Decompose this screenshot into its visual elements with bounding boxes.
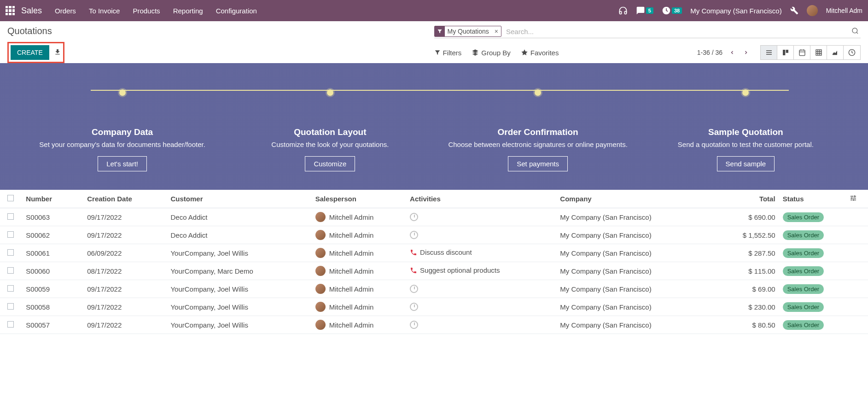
activity-clock-icon[interactable] [410,303,418,311]
step-btn-payments[interactable]: Set payments [508,156,568,171]
activity-clock-icon[interactable] [410,213,418,221]
facet-label: My Quotations [445,28,492,35]
cell-date: 09/17/2022 [83,208,167,226]
view-pivot-icon[interactable] [810,46,827,59]
create-button[interactable]: CREATE [11,45,49,60]
nav-item-reporting[interactable]: Reporting [173,7,203,15]
header-customer[interactable]: Customer [167,190,311,208]
cell-customer: YourCompany, Joel Willis [167,316,311,334]
row-checkbox[interactable] [7,267,14,274]
cell-customer: YourCompany, Marc Demo [167,262,311,280]
pager: 1-36 / 36 [697,47,752,59]
header-company[interactable]: Company [556,190,723,208]
row-checkbox[interactable] [7,213,14,220]
header-total[interactable]: Total [723,190,779,208]
select-all-checkbox[interactable] [7,195,14,201]
breadcrumb: Quotations [7,26,52,36]
pager-next[interactable] [740,47,752,59]
table-row[interactable]: S0006209/17/2022Deco AddictMitchell Admi… [0,226,868,244]
search-icon[interactable] [850,27,861,36]
nav-item-products[interactable]: Products [133,7,160,15]
nav-item-configuration[interactable]: Configuration [216,7,257,15]
view-list-icon[interactable] [761,46,777,59]
user-avatar[interactable] [807,5,818,16]
row-checkbox[interactable] [7,231,14,238]
salesperson-avatar [315,230,326,240]
columns-settings-icon[interactable] [850,195,857,203]
filters-button[interactable]: Filters [434,49,462,57]
cell-number: S00058 [22,298,83,316]
nav-item-to-invoice[interactable]: To Invoice [89,7,120,15]
status-badge: Sales Order [783,248,824,258]
activity-phone-icon[interactable]: Discuss discount [410,248,472,256]
support-icon[interactable] [618,6,628,15]
cell-total: $ 230.00 [723,298,779,316]
status-badge: Sales Order [783,212,824,222]
cell-customer: YourCompany, Joel Willis [167,298,311,316]
table-row[interactable]: S0005809/17/2022YourCompany, Joel Willis… [0,298,868,316]
view-activity-icon[interactable] [844,46,860,59]
salesperson-avatar [315,302,326,312]
messages-icon[interactable]: 5 [636,6,653,15]
row-checkbox[interactable] [7,321,14,328]
groupby-button[interactable]: Group By [472,49,510,57]
nav-right: 5 38 My Company (San Francisco) Mitchell… [618,5,862,16]
svg-point-1 [852,28,857,33]
status-badge: Sales Order [783,266,824,276]
step-btn-layout[interactable]: Customize [305,156,355,171]
table-row[interactable]: S0006008/17/2022YourCompany, Marc DemoMi… [0,262,868,280]
header-status[interactable]: Status [779,190,846,208]
app-brand[interactable]: Sales [21,6,42,16]
header-salesperson[interactable]: Salesperson [312,190,406,208]
status-badge: Sales Order [783,284,824,294]
activities-icon[interactable]: 38 [662,6,682,15]
table-row[interactable]: S0005909/17/2022YourCompany, Joel Willis… [0,280,868,298]
step-quotation-layout: Quotation Layout Customize the look of y… [226,127,434,172]
table-row[interactable]: S0006106/09/2022YourCompany, Joel Willis… [0,244,868,262]
company-switcher[interactable]: My Company (San Francisco) [690,7,781,15]
view-kanban-icon[interactable] [777,46,794,59]
user-name[interactable]: Mitchell Adm [826,7,862,14]
pager-prev[interactable] [726,47,738,59]
apps-grid-icon[interactable] [6,6,15,15]
table-row[interactable]: S0006309/17/2022Deco AddictMitchell Admi… [0,208,868,226]
activity-clock-icon[interactable] [410,321,418,329]
step-btn-company[interactable]: Let's start! [98,156,147,171]
search-input[interactable] [504,26,850,37]
view-graph-icon[interactable] [827,46,844,59]
step-company-data: Company Data Set your company's data for… [18,127,226,172]
activity-clock-icon[interactable] [410,231,418,239]
cell-date: 09/17/2022 [83,316,167,334]
header-date[interactable]: Creation Date [83,190,167,208]
nav-item-orders[interactable]: Orders [55,7,76,15]
header-activities[interactable]: Activities [406,190,556,208]
cell-date: 09/17/2022 [83,298,167,316]
cell-total: $ 690.00 [723,208,779,226]
activity-clock-icon[interactable] [410,285,418,293]
header-number[interactable]: Number [22,190,83,208]
activity-phone-icon[interactable]: Suggest optional products [410,266,500,274]
debug-icon[interactable] [790,6,798,15]
pager-value[interactable]: 1-36 / 36 [697,49,722,56]
cell-company: My Company (San Francisco) [556,316,723,334]
cell-date: 08/17/2022 [83,262,167,280]
step-dot [327,89,333,96]
view-calendar-icon[interactable] [794,46,810,59]
cell-company: My Company (San Francisco) [556,280,723,298]
row-checkbox[interactable] [7,249,14,256]
row-checkbox[interactable] [7,303,14,310]
table-row[interactable]: S0005709/17/2022YourCompany, Joel Willis… [0,316,868,334]
cell-number: S00060 [22,262,83,280]
import-icon[interactable] [54,48,61,57]
facet-remove[interactable]: × [492,28,501,35]
cell-customer: Deco Addict [167,226,311,244]
cell-company: My Company (San Francisco) [556,244,723,262]
control-panel: Quotations My Quotations × CREATE [0,21,868,63]
cell-total: $ 287.50 [723,244,779,262]
favorites-button[interactable]: Favorites [521,49,559,57]
step-btn-sample[interactable]: Send sample [717,156,775,171]
row-checkbox[interactable] [7,285,14,292]
cell-customer: YourCompany, Joel Willis [167,280,311,298]
onboarding-banner: Company Data Set your company's data for… [0,63,868,190]
search-bar: My Quotations × [434,26,861,38]
